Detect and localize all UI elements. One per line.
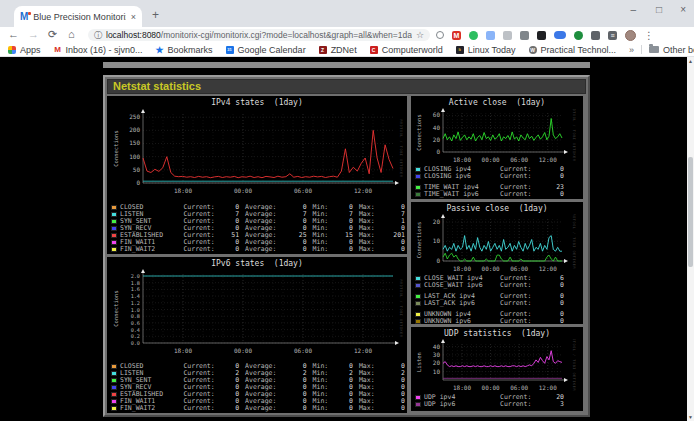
legend-row: FIN_WAIT2Current:0Average:0Min:0Max:0	[109, 246, 405, 253]
bookmark-label: Practical Technol...	[541, 45, 616, 55]
legend-row: UNKNOWN ipv6Current:0	[413, 318, 581, 324]
calendar-icon: 31	[226, 46, 234, 54]
profile-avatar[interactable]	[625, 30, 636, 41]
bookmark-item[interactable]: ZZDNet	[319, 45, 357, 55]
back-icon[interactable]: ←	[8, 28, 19, 40]
bookmark-star-icon[interactable]: ☆	[416, 30, 424, 40]
bookmark-item[interactable]: MInbox (16) - sjvn0...	[54, 45, 143, 55]
svg-text:0.0: 0.0	[131, 340, 140, 346]
bookmark-item[interactable]: ltLinux Today	[456, 45, 516, 55]
ipv6-states-legend: CLOSEDCurrent:0Average:0Min:0Max:0LISTEN…	[109, 363, 405, 412]
legend-key-max: Max:	[359, 405, 386, 412]
home-icon[interactable]: ⌂	[68, 28, 75, 40]
active-close-chart: 020406018:0000:0006:0012:00ConnectionsRR…	[413, 108, 581, 166]
bookmark-item[interactable]: ★Bookmarks	[156, 45, 213, 55]
legend-swatch	[415, 395, 421, 400]
legend-swatch	[111, 212, 117, 217]
legend-key-current: Current:	[183, 405, 221, 412]
window-close-button[interactable]: ×	[680, 4, 686, 15]
legend-group: CLOSE_WAIT ipv4Current:6CLOSE_WAIT ipv6C…	[413, 275, 581, 289]
bookmark-item[interactable]: Apps	[8, 45, 41, 55]
legend-key-current: Current:	[500, 173, 544, 180]
forward-icon[interactable]: →	[28, 28, 39, 40]
svg-text:0.4: 0.4	[131, 327, 140, 333]
browser-menu-icon[interactable]: ⋮	[644, 30, 654, 41]
left-column: IPv4 states (1day) 05010015020025018:000…	[107, 96, 407, 413]
legend-swatch	[415, 185, 421, 190]
svg-text:12:00: 12:00	[539, 156, 557, 163]
svg-text:RRDTOOL / TOBI OETIKER: RRDTOOL / TOBI OETIKER	[572, 108, 576, 162]
svg-text:100: 100	[129, 153, 140, 160]
legend-swatch	[415, 276, 421, 281]
legend-group: CLOSEDCurrent:0Average:0Min:0Max:0LISTEN…	[109, 363, 405, 412]
svg-text:18:00: 18:00	[174, 347, 192, 354]
bookmark-label: Bookmarks	[168, 45, 213, 55]
gmail-extension-icon[interactable]: M	[452, 31, 461, 40]
search-extension-icon[interactable]	[436, 31, 444, 39]
legend-group: TIME_WAIT ipv4Current:23TIME_WAIT ipv6Cu…	[413, 184, 581, 198]
grey-extension-icon[interactable]	[503, 31, 512, 40]
legend-value-current: 3	[544, 401, 564, 408]
svg-text:1.8: 1.8	[131, 280, 140, 286]
green-extension-icon[interactable]	[469, 31, 478, 40]
page-content: Netstat statistics IPv4 states (1day) 05…	[0, 57, 687, 421]
chart-title: Active close (1day)	[413, 97, 581, 108]
svg-text:18:00: 18:00	[453, 265, 471, 272]
tabs-extension-icon[interactable]	[486, 31, 495, 40]
browser-tab[interactable]: M Blue Precision Monitorix ×	[14, 6, 142, 27]
legend-label: TIME_WAIT ipv6	[424, 191, 500, 198]
cast-extension-icon[interactable]	[520, 31, 529, 40]
legend-value-current: 0	[544, 282, 564, 289]
bookmarks-overflow-icon[interactable]: »	[629, 45, 634, 55]
reload-icon[interactable]: ⟳	[48, 28, 57, 41]
chart-title: IPv4 states (1day)	[109, 97, 405, 108]
legend-swatch	[111, 219, 117, 224]
extensions-puzzle-icon[interactable]	[591, 31, 600, 40]
legend-swatch	[111, 399, 117, 404]
bookmark-label: ZDNet	[331, 45, 357, 55]
dark-extension-icon[interactable]	[537, 31, 546, 40]
legend-value-current: 0	[222, 246, 239, 253]
svg-text:20: 20	[433, 218, 441, 225]
svg-text:00:00: 00:00	[234, 347, 252, 354]
green-circle-extension-icon[interactable]	[574, 31, 583, 40]
blue-extension-icon[interactable]	[554, 31, 566, 39]
bookmark-item[interactable]: CComputerworld	[370, 45, 443, 55]
legend-swatch	[111, 240, 117, 245]
svg-text:12:00: 12:00	[539, 265, 557, 272]
other-bookmarks-button[interactable]: Other bookmarks	[649, 45, 694, 55]
gmail-icon: M	[54, 46, 62, 54]
linuxtoday-icon: lt	[456, 46, 464, 54]
address-bar[interactable]: ⓘ localhost:8080/monitorix-cgi/monitorix…	[88, 29, 430, 41]
bookmark-item[interactable]: 31Google Calendar	[226, 45, 306, 55]
window-maximize-button[interactable]: □	[656, 4, 662, 15]
site-info-icon[interactable]: ⓘ	[94, 30, 102, 41]
passive-close-chart: 0102018:0000:0006:0012:00ConnectionsRRDT…	[413, 214, 581, 275]
url-text: localhost:8080/monitorix-cgi/monitorix.c…	[106, 30, 412, 40]
graph-panel-udp-statistics: UDP statistics (1day) 1020304018:0000:00…	[411, 327, 583, 411]
svg-text:40: 40	[433, 343, 441, 350]
playlist-extension-icon[interactable]: ≡	[608, 31, 617, 40]
ipv4-states-chart: 05010015020025018:0000:0006:0012:00Conne…	[109, 108, 405, 204]
svg-text:00:00: 00:00	[234, 187, 252, 194]
scrollbar-thumb[interactable]	[688, 157, 693, 267]
page-scrollbar[interactable]: ▲ ▼	[687, 57, 694, 421]
bookmark-item[interactable]: WPractical Technol...	[529, 45, 616, 55]
tab-close-icon[interactable]: ×	[131, 12, 136, 22]
scroll-down-icon[interactable]: ▼	[687, 413, 694, 421]
bookmark-label: Apps	[20, 45, 41, 55]
bookmarks-items: AppsMInbox (16) - sjvn0...★Bookmarks31Go…	[8, 45, 616, 55]
graph-panel-passive-close: Passive close (1day) 0102018:0000:0006:0…	[411, 202, 583, 324]
scroll-up-icon[interactable]: ▲	[687, 57, 694, 65]
window-minimize-button[interactable]: –	[630, 4, 636, 15]
legend-swatch	[111, 406, 117, 411]
new-tab-button[interactable]: +	[152, 8, 159, 22]
legend-label: UDP ipv6	[424, 401, 500, 408]
legend-swatch	[111, 233, 117, 238]
legend-swatch	[111, 392, 117, 397]
legend-group: CLOSEDCurrent:0Average:0Min:0Max:0LISTEN…	[109, 204, 405, 253]
legend-value-current: 0	[222, 405, 239, 412]
bookmarks-divider	[641, 45, 642, 54]
legend-value-current: 0	[544, 173, 564, 180]
other-bookmarks-label: Other bookmarks	[663, 45, 694, 55]
